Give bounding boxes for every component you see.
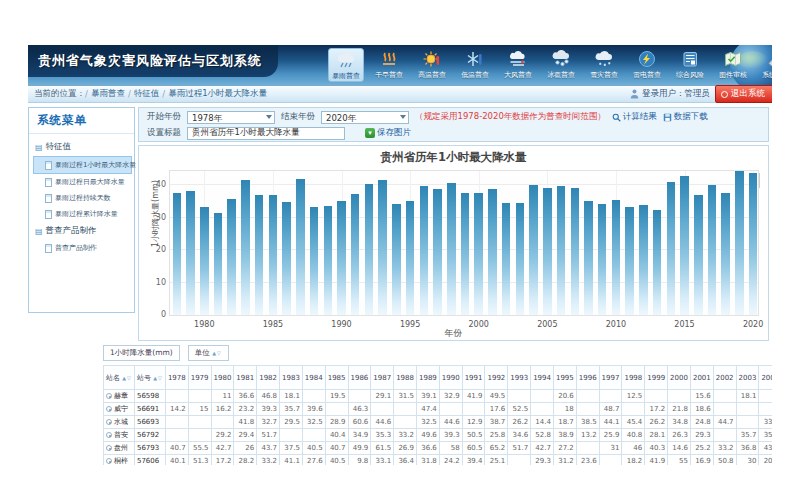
value-cell-2001: 25.2	[690, 442, 713, 455]
nav-gale-survey[interactable]: 大风普查	[500, 48, 536, 82]
row-radio[interactable]	[106, 419, 112, 425]
sidebar-item-accumulated-precip[interactable]: 暴雨过程累计降水量	[33, 206, 132, 222]
col-header-year-1988[interactable]: 1988	[394, 366, 417, 390]
table-row-56792: 普安5679229.229.451.740.434.935.333.249.63…	[104, 429, 773, 442]
col-header-year-1983[interactable]: 1983	[280, 366, 303, 390]
nav-low-temp-survey[interactable]: 低温普查	[457, 48, 493, 82]
value-cell-2003: 30	[736, 455, 759, 466]
row-radio[interactable]	[106, 432, 112, 438]
page: 贵州省气象灾害风险评估与区划系统 暴雨普查 干旱普查 高温普查 低温	[0, 0, 800, 500]
chart-title-input[interactable]	[187, 127, 345, 140]
col-header-year-2004[interactable]: 2004	[759, 366, 772, 390]
col-header-year-2002[interactable]: 2002	[713, 366, 736, 390]
col-header-year-1980[interactable]: 1980	[211, 366, 234, 390]
value-cell-2001: 29.3	[690, 429, 713, 442]
value-cell-1997: 44.1	[599, 416, 622, 429]
sidebar-group-feature-values[interactable]: ▤ 特征值	[33, 138, 132, 156]
value-cell-1981: 41.8	[234, 416, 257, 429]
nav-drought-survey[interactable]: 干旱普查	[371, 48, 407, 82]
nav-system-settings[interactable]: 系统设置	[758, 48, 772, 82]
sidebar-item-product-making[interactable]: 普查产品制作	[33, 240, 132, 256]
nav-lightning-survey[interactable]: 雷电普查	[629, 48, 665, 82]
nav-label: 系统设置	[762, 70, 772, 79]
nav-rainstorm-survey[interactable]: 暴雨普查	[328, 48, 364, 82]
table-row-56598: 赫章565981136.646.818.119.529.131.539.132.…	[104, 390, 773, 403]
sort-icons: ▲▽	[153, 375, 163, 381]
col-header-year-1989[interactable]: 1989	[416, 366, 439, 390]
value-cell-1986: 34.9	[348, 429, 371, 442]
col-header-year-1991[interactable]: 1991	[462, 366, 485, 390]
nav-snow-survey[interactable]: 雪灾普查	[586, 48, 622, 82]
col-header-year-1986[interactable]: 1986	[348, 366, 371, 390]
value-cell-1995: 38.9	[553, 429, 576, 442]
row-radio[interactable]	[106, 445, 112, 451]
value-cell-1993: 52.5	[508, 403, 531, 416]
col-header-year-1999[interactable]: 1999	[645, 366, 668, 390]
value-cell-1979	[188, 429, 211, 442]
sidebar-item-daily-max-precip[interactable]: 暴雨过程日最大降水量	[33, 174, 132, 190]
col-header-year-1981[interactable]: 1981	[234, 366, 257, 390]
col-header-year-1996[interactable]: 1996	[576, 366, 599, 390]
col-header-year-2003[interactable]: 2003	[736, 366, 759, 390]
col-header-year-1990[interactable]: 1990	[439, 366, 462, 390]
breadcrumb-rainstorm-survey[interactable]: 暴雨普查	[91, 88, 125, 100]
bar-2013	[653, 210, 662, 315]
start-year-select[interactable]: 1978年	[187, 111, 275, 124]
value-cell-2000: 14.6	[668, 442, 691, 455]
col-header-year-1984[interactable]: 1984	[302, 366, 325, 390]
col-header-year-1995[interactable]: 1995	[553, 366, 576, 390]
sidebar-item-1h-max-precip[interactable]: 暴雨过程1小时最大降水量	[33, 156, 132, 174]
col-header-year-1993[interactable]: 1993	[508, 366, 531, 390]
col-header-station-name[interactable]: 站名 ▲▽	[104, 366, 135, 390]
value-type-filter[interactable]: 1小时降水量(mm)	[103, 345, 180, 361]
calculate-button[interactable]: 计算结果	[612, 111, 657, 123]
value-cell-1979: 51.3	[188, 455, 211, 466]
col-header-year-1985[interactable]: 1985	[325, 366, 348, 390]
col-header-year-1979[interactable]: 1979	[188, 366, 211, 390]
row-radio[interactable]	[106, 458, 112, 464]
nav-composite-risk[interactable]: 综合风险	[672, 48, 708, 82]
breadcrumb-prefix: 当前的位置：	[34, 88, 85, 100]
download-button[interactable]: 数据下载	[663, 111, 708, 123]
value-cell-1990: 58	[439, 442, 462, 455]
value-cell-1983: 29.5	[280, 416, 303, 429]
col-header-year-1982[interactable]: 1982	[257, 366, 280, 390]
nav-map-review[interactable]: 图件审核	[715, 48, 751, 82]
row-radio[interactable]	[106, 406, 112, 412]
row-radio[interactable]	[106, 393, 112, 399]
value-cell-1990: 32.9	[439, 390, 462, 403]
col-header-year-1992[interactable]: 1992	[485, 366, 508, 390]
unit-sort-control[interactable]: 单位 ▲▽	[188, 345, 229, 361]
breadcrumb-current-page[interactable]: 暴雨过程1小时最大降水量	[168, 88, 267, 100]
col-header-year-1998[interactable]: 1998	[622, 366, 645, 390]
col-header-year-1994[interactable]: 1994	[531, 366, 554, 390]
value-cell-1989: 31.8	[416, 455, 439, 466]
bar-1996	[420, 186, 429, 315]
value-cell-1995: 27.2	[553, 442, 576, 455]
value-cell-1984	[302, 429, 325, 442]
bar-1989	[324, 206, 333, 315]
value-cell-1980: 17.2	[211, 455, 234, 466]
nav-high-temp-survey[interactable]: 高温普查	[414, 48, 450, 82]
col-header-year-2001[interactable]: 2001	[690, 366, 713, 390]
nav-label: 高温普查	[418, 70, 446, 79]
value-cell-1989: 39.1	[416, 390, 439, 403]
login-user: 登录用户：管理员	[630, 88, 710, 100]
col-header-year-2000[interactable]: 2000	[668, 366, 691, 390]
bar-1980	[200, 207, 209, 315]
end-year-select[interactable]: 2020年	[321, 111, 409, 124]
bar-2000	[474, 193, 483, 315]
col-header-year-1978[interactable]: 1978	[165, 366, 188, 390]
col-header-station-id[interactable]: 站号 ▲▽	[134, 366, 165, 390]
nav-hail-survey[interactable]: 冰雹普查	[543, 48, 579, 82]
save-image-button[interactable]: ▾ 保存图片	[365, 127, 411, 139]
breadcrumb-feature-value[interactable]: 特征值	[134, 88, 160, 100]
col-header-year-1987[interactable]: 1987	[371, 366, 394, 390]
col-header-year-1997[interactable]: 1997	[599, 366, 622, 390]
chevron-down-icon	[266, 115, 272, 119]
value-cell-1985: 19.5	[325, 390, 348, 403]
value-cell-1994: 14.4	[531, 416, 554, 429]
sidebar-item-duration-days[interactable]: 暴雨过程持续天数	[33, 190, 132, 206]
sidebar-group-product-making[interactable]: ▤ 普查产品制作	[33, 222, 132, 240]
logout-button[interactable]: 退出系统	[715, 85, 772, 103]
